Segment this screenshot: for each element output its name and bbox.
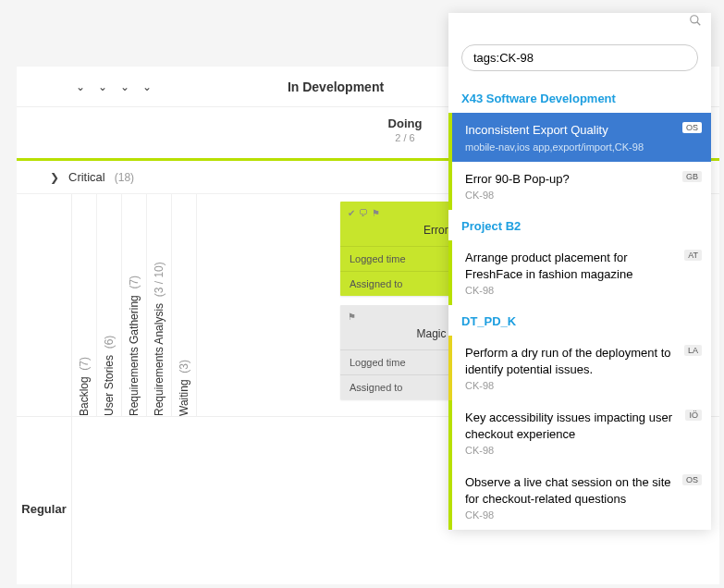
- assignee-badge: OS: [682, 122, 702, 133]
- result-title: Inconsistent Export Quality: [465, 122, 698, 139]
- swimlane-side: [17, 194, 72, 416]
- result-title: Perform a dry run of the deployment to i…: [465, 345, 698, 377]
- result-tags: CK-98: [465, 190, 698, 201]
- result-tags: CK-98: [465, 380, 698, 391]
- assignee-badge: OS: [682, 474, 702, 485]
- svg-point-0: [691, 16, 698, 23]
- flag-icon: ⚑: [348, 312, 356, 322]
- assignee-badge: GB: [682, 171, 702, 182]
- swimlane-count: (18): [115, 171, 134, 184]
- chevron-right-icon[interactable]: ❯: [50, 171, 59, 184]
- column-label: Requirements Analysis (3 / 10): [153, 205, 166, 416]
- result-title: Observe a live chat session on the site …: [465, 474, 698, 507]
- result-tags: CK-98: [465, 509, 698, 521]
- search-group-title[interactable]: X43 Software Development: [448, 82, 711, 113]
- collapsed-column[interactable]: Requirements Analysis (3 / 10): [147, 194, 172, 416]
- search-result-item[interactable]: Key accessibility issues impacting user …: [448, 400, 711, 465]
- result-title: Key accessibility issues impacting user …: [465, 410, 698, 442]
- assigned-label: Assigned to: [350, 278, 402, 289]
- swimlane-label: Regular: [21, 502, 66, 516]
- column-collapse-group: ⌄ ⌄ ⌄ ⌄: [17, 77, 155, 97]
- search-group-title[interactable]: DT_PD_K: [448, 305, 711, 336]
- collapsed-column[interactable]: Waiting (3): [172, 194, 197, 416]
- result-title: Arrange product placement for FreshFace …: [465, 250, 698, 282]
- column-label: Backlog (7): [78, 205, 91, 416]
- search-group-title[interactable]: Project B2: [448, 210, 711, 240]
- chevron-down-icon[interactable]: ⌄: [94, 77, 111, 97]
- collapsed-column[interactable]: User Stories (6): [97, 194, 122, 416]
- checkmark-icon: ✔: [348, 208, 355, 218]
- column-label: Waiting (3): [178, 205, 190, 416]
- assignee-badge: IÖ: [685, 410, 702, 421]
- logged-label: Logged time: [350, 357, 406, 368]
- chevron-down-icon[interactable]: ⌄: [72, 77, 89, 97]
- swimlane-label: Critical: [68, 170, 105, 184]
- search-result-item[interactable]: Arrange product placement for FreshFace …: [448, 240, 711, 305]
- result-title: Error 90-B Pop-up?: [465, 171, 698, 188]
- search-dropdown: X43 Software DevelopmentInconsistent Exp…: [448, 13, 711, 530]
- swimlane-side[interactable]: Regular: [17, 417, 72, 588]
- column-label: Requirements Gathering (7): [128, 205, 141, 416]
- svg-line-1: [697, 22, 701, 26]
- chevron-down-icon[interactable]: ⌄: [139, 77, 155, 97]
- search-result-item[interactable]: Perform a dry run of the deployment to i…: [448, 336, 711, 400]
- assignee-badge: AT: [684, 250, 702, 261]
- search-result-item[interactable]: Error 90-B Pop-up?CK-98GB: [448, 162, 711, 211]
- search-results: X43 Software DevelopmentInconsistent Exp…: [448, 82, 711, 530]
- assigned-label: Assigned to: [350, 382, 402, 393]
- search-result-item[interactable]: Observe a live chat session on the site …: [448, 465, 711, 530]
- search-icon[interactable]: [689, 14, 702, 30]
- collapsed-column[interactable]: Backlog (7): [72, 194, 97, 416]
- collapsed-column[interactable]: Requirements Gathering (7): [122, 194, 147, 416]
- comment-icon: 🗩: [359, 208, 368, 218]
- result-tags: mobile-nav,ios app,export/import,CK-98: [465, 141, 698, 153]
- assignee-badge: LA: [684, 345, 702, 356]
- result-tags: CK-98: [465, 285, 698, 296]
- logged-label: Logged time: [350, 253, 406, 264]
- chevron-down-icon[interactable]: ⌄: [117, 77, 133, 97]
- result-tags: CK-98: [465, 445, 698, 456]
- column-label: User Stories (6): [103, 205, 116, 416]
- search-result-item[interactable]: Inconsistent Export Qualitymobile-nav,io…: [448, 113, 711, 162]
- search-input[interactable]: [461, 44, 698, 71]
- swimlane-columns: Backlog (7)User Stories (6)Requirements …: [72, 194, 335, 416]
- flag-icon: ⚑: [372, 208, 380, 218]
